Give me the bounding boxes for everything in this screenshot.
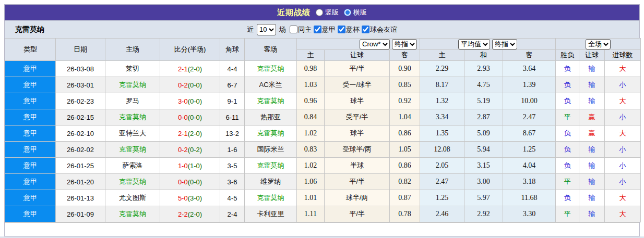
cell-home-team: 亚特兰大 bbox=[105, 126, 160, 142]
subcol-asia-home: 主 bbox=[297, 50, 325, 61]
league-filter-checkbox-input[interactable] bbox=[338, 26, 345, 33]
layout-radio-option[interactable]: 竖版 bbox=[316, 8, 339, 17]
col-header-type: 类型 bbox=[5, 39, 56, 61]
filter-checkbox-group: 同主 意甲 意杯 球会友谊 bbox=[288, 25, 397, 34]
league-filter-checkbox-input[interactable] bbox=[362, 26, 369, 33]
cell-match-result: 负 bbox=[556, 142, 579, 158]
cell-euro-away-odds: 1.39 bbox=[503, 77, 556, 93]
cell-corner: 1-6 bbox=[220, 142, 245, 158]
cell-date: 26-02-23 bbox=[56, 93, 105, 109]
euro-stage-select[interactable]: 终指 bbox=[492, 39, 517, 49]
cell-euro-draw-odds: 5.94 bbox=[464, 142, 503, 158]
cell-handicap-line: 受平/半 bbox=[325, 109, 390, 126]
col-header-away: 客场 bbox=[245, 39, 297, 61]
fulltime-score: 0-0 bbox=[178, 114, 188, 121]
cell-asia-home-odds: 0.96 bbox=[297, 93, 325, 109]
cell-euro-away-odds: 4.04 bbox=[503, 158, 556, 174]
cell-date: 26-01-09 bbox=[56, 206, 105, 222]
recent-prefix-label: 近 bbox=[247, 25, 254, 34]
cell-score: 0-0(0-0) bbox=[160, 174, 220, 190]
result-scope-select[interactable]: 全场 bbox=[586, 39, 611, 49]
cell-handicap-line: 半球 bbox=[325, 158, 390, 174]
asia-bookmaker-select[interactable]: Crow* bbox=[360, 39, 390, 49]
col-header-score: 比分(半场) bbox=[160, 39, 220, 61]
league-filter-checkbox-input[interactable] bbox=[314, 26, 321, 33]
layout-radio-option[interactable]: 横版 bbox=[344, 8, 367, 17]
table-row: 意甲 26-02-10 亚特兰大 2-1(2-0) 13-2 克雷莫纳 1.02… bbox=[5, 126, 641, 142]
filter-controls: 近 10 场 同主 意甲 意杯 球会友谊 bbox=[247, 24, 397, 35]
cell-euro-away-odds: 3.30 bbox=[503, 206, 556, 222]
cell-asia-away-odds: 0.87 bbox=[390, 190, 420, 206]
cell-asia-home-odds: 0.83 bbox=[297, 142, 325, 158]
cell-handicap-line: 球半 bbox=[325, 126, 390, 142]
cell-asia-home-odds: 0.98 bbox=[297, 61, 325, 77]
fulltime-score: 2-2 bbox=[178, 210, 188, 218]
table-header: 类型 日期 主场 比分(半场) 角球 客场 Crow*终指 平均值终指 全场 bbox=[5, 39, 641, 61]
cell-score: 0-2(0-2) bbox=[160, 142, 220, 158]
league-filter-checkbox[interactable]: 同主 bbox=[288, 25, 312, 34]
euro-source-select[interactable]: 平均值 bbox=[458, 39, 490, 49]
cell-league-type: 意甲 bbox=[5, 109, 56, 126]
table-row: 意甲 26-03-01 克雷莫纳 0-2(0-0) 6-7 AC米兰 1.03 … bbox=[5, 77, 641, 93]
cell-euro-draw-odds: 5.09 bbox=[464, 126, 503, 142]
league-filter-checkbox[interactable]: 球会友谊 bbox=[360, 25, 397, 34]
cell-goals-result: 小 bbox=[605, 109, 641, 126]
table-row: 意甲 26-01-09 克雷莫纳 2-2(2-0) 2-4 卡利亚里 1.11 … bbox=[5, 206, 641, 222]
cell-asia-away-odds: 1.05 bbox=[390, 142, 420, 158]
halftime-score: (0-2) bbox=[188, 146, 202, 154]
cell-euro-away-odds: 8.67 bbox=[503, 126, 556, 142]
summary-footer bbox=[5, 222, 639, 236]
league-filter-checkbox[interactable]: 意杯 bbox=[336, 25, 360, 34]
recent-count-select[interactable]: 10 bbox=[257, 24, 276, 35]
cell-corner: 6-7 bbox=[220, 77, 245, 93]
cell-handicap-line: 平/半 bbox=[325, 61, 390, 77]
asia-odds-group-header: Crow*终指 bbox=[297, 39, 420, 50]
cell-league-type: 意甲 bbox=[5, 142, 56, 158]
cell-away-team: 克雷莫纳 bbox=[245, 93, 297, 109]
asia-stage-select[interactable]: 终指 bbox=[392, 39, 417, 49]
cell-euro-draw-odds: 5.97 bbox=[464, 190, 503, 206]
layout-radio-label: 横版 bbox=[353, 8, 367, 17]
cell-score: 0-2(0-0) bbox=[160, 77, 220, 93]
cell-date: 26-01-25 bbox=[56, 158, 105, 174]
halftime-score: (0-0) bbox=[188, 97, 202, 105]
fulltime-score: 0-2 bbox=[178, 81, 188, 89]
cell-away-team: 维罗纳 bbox=[245, 174, 297, 190]
cell-asia-home-odds: 0.84 bbox=[297, 109, 325, 126]
cell-match-result: 负 bbox=[556, 93, 579, 109]
layout-radio-input[interactable] bbox=[344, 9, 351, 16]
cell-date: 26-03-01 bbox=[56, 77, 105, 93]
title-bar: 近期战绩 竖版 横版 bbox=[5, 5, 639, 20]
table-row: 意甲 26-02-15 克雷莫纳 0-0(0-0) 6-11 热那亚 0.84 … bbox=[5, 109, 641, 126]
cell-euro-draw-odds: 5.19 bbox=[464, 93, 503, 109]
cell-corner: 2-4 bbox=[220, 206, 245, 222]
cell-euro-home-odds: 2.47 bbox=[420, 174, 464, 190]
league-filter-checkbox-input[interactable] bbox=[290, 26, 297, 33]
cell-handicap-result: 输 bbox=[579, 158, 605, 174]
cell-score: 2-2(2-0) bbox=[160, 206, 220, 222]
table-row: 意甲 26-01-20 克雷莫纳 0-0(0-0) 3-6 维罗纳 1.06 平… bbox=[5, 174, 641, 190]
cell-handicap-line: 受一/球半 bbox=[325, 77, 390, 93]
cell-match-result: 平 bbox=[556, 174, 579, 190]
cell-home-team: 克雷莫纳 bbox=[105, 174, 160, 190]
subcol-euro-away: 客 bbox=[503, 50, 556, 61]
cell-handicap-line: 球半 bbox=[325, 93, 390, 109]
cell-asia-home-odds: 1.06 bbox=[297, 174, 325, 190]
cell-euro-draw-odds: 3.00 bbox=[464, 174, 503, 190]
cell-handicap-result: 输 bbox=[579, 93, 605, 109]
cell-date: 26-01-20 bbox=[56, 174, 105, 190]
subcol-handicap: 让球 bbox=[325, 50, 390, 61]
league-filter-checkbox[interactable]: 意甲 bbox=[312, 25, 336, 34]
cell-home-team: 克雷莫纳 bbox=[105, 109, 160, 126]
fulltime-score: 5-0 bbox=[178, 194, 188, 202]
cell-asia-away-odds: 0.85 bbox=[390, 77, 420, 93]
cell-corner: 4-4 bbox=[220, 61, 245, 77]
filter-bar: 克雷莫纳 近 10 场 同主 意甲 意杯 球会友谊 bbox=[5, 20, 639, 38]
layout-radio-input[interactable] bbox=[316, 9, 323, 16]
cell-match-result: 平 bbox=[556, 109, 579, 126]
page: 近期战绩 竖版 横版 克雷莫纳 近 10 场 同主 意甲 意杯 球会友谊 bbox=[0, 0, 644, 236]
cell-asia-home-odds: 1.11 bbox=[297, 206, 325, 222]
table-row: 意甲 26-02-02 克雷莫纳 0-2(0-2) 1-6 国际米兰 0.83 … bbox=[5, 142, 641, 158]
subcol-asia-away: 客 bbox=[390, 50, 420, 61]
cell-asia-home-odds: 1.02 bbox=[297, 126, 325, 142]
